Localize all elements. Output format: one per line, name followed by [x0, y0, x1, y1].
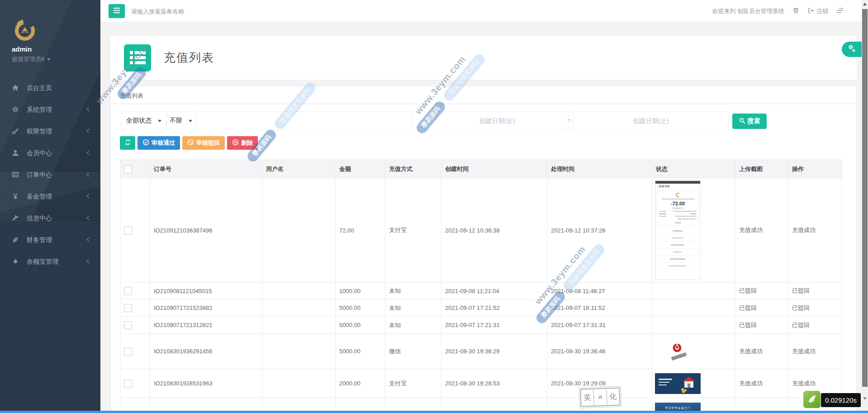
check-circle-icon [142, 139, 149, 147]
date-end-input[interactable] [573, 111, 729, 130]
scroll-up-arrow[interactable] [863, 3, 867, 5]
created-cell: 2021-08-30 19:36:29 [441, 334, 547, 369]
row-checkbox[interactable] [124, 226, 132, 234]
upload-status-cell: 已驳回 [735, 283, 788, 299]
vertical-scrollbar [862, 0, 868, 413]
blue-banner-thumbnail[interactable] [655, 373, 701, 394]
caret-down-icon [189, 120, 192, 122]
upload-status-cell: 已驳回 [735, 317, 788, 334]
amount-cell: 1000.00 [336, 283, 385, 299]
trash-icon [792, 7, 799, 15]
order-no-cell: IO2109121036387496 [150, 178, 262, 283]
sidebar-item-members[interactable]: 会员中心 [0, 142, 100, 164]
logout-button[interactable]: 注销 [807, 7, 828, 15]
status-cell [652, 283, 735, 299]
topbar: 欢迎来到 创富后台管理系统 注销 [100, 0, 862, 22]
column-header: 订单号 [150, 160, 262, 178]
sidebar-item-funds[interactable]: 基金管理 [0, 185, 100, 207]
method-cell: 未知 [385, 283, 441, 299]
created-cell: 2021-09-08 11:21:04 [441, 283, 547, 299]
chevron-left-icon [87, 237, 91, 242]
user-icon [12, 143, 19, 165]
theme-settings-button[interactable] [842, 42, 862, 57]
chevron-left-icon [87, 259, 91, 264]
brand-logo-icon [13, 18, 37, 44]
action-cell: 已驳回 [788, 317, 842, 334]
keyword-input[interactable] [196, 111, 413, 130]
sidebar-item-permissions[interactable]: 权限管理 [0, 120, 100, 142]
refresh-button[interactable] [120, 136, 135, 150]
topbar-right: 欢迎来到 创富后台管理系统 注销 [712, 0, 844, 22]
created-cell: 2021-09-07 17:21:31 [441, 317, 547, 334]
trash-button[interactable] [792, 7, 799, 15]
alipay-receipt-thumbnail[interactable]: ‹ 账单详情 -72.00 (交易成功) 2021-09-12 10:36:12 [655, 180, 701, 280]
page-title: 充值列表 [164, 50, 214, 66]
amount-cell: 5000.00 [336, 334, 385, 369]
status-cell [652, 334, 735, 369]
approve-button[interactable]: 审核通过 [138, 136, 180, 150]
sidebar-item-dashboard[interactable]: 后台主页 [0, 77, 100, 99]
search-icon [739, 118, 745, 125]
bottom-scroll-indicator[interactable] [0, 411, 868, 413]
column-header: 状态 [652, 160, 735, 178]
table-row: IO2108301936291456 5000.00 微信 2021-08-30… [120, 334, 842, 369]
menu-search-input[interactable] [131, 5, 276, 17]
limit-filter-select[interactable]: 不限 [166, 111, 195, 130]
column-header: 上传截图 [735, 160, 788, 178]
chevron-left-icon [87, 107, 91, 112]
status-cell [652, 317, 735, 334]
caret-down-icon [158, 120, 161, 122]
row-checkbox[interactable] [124, 287, 132, 295]
trace-button[interactable] [803, 391, 821, 408]
order-no-cell: IO2109071721523882 [150, 299, 262, 317]
amount-cell: 2000.00 [336, 369, 385, 398]
search-button[interactable]: 搜索 [732, 114, 767, 129]
row-checkbox[interactable] [124, 304, 132, 312]
sidebar-item-system[interactable]: 系统管理 [0, 99, 100, 120]
sidebar-profile: admin 超级管理员9 [0, 0, 100, 77]
sidebar-role-dropdown[interactable]: 超级管理员9 [12, 55, 51, 63]
column-header: 充值方式 [385, 160, 441, 178]
table-row: IO2109121036387496 72.00 支付宝 2021-09-12 … [120, 178, 842, 283]
sidebar-item-yuebao[interactable]: 余额宝管理 [0, 251, 100, 272]
method-cell: 支付宝 [385, 369, 441, 398]
created-cell: 2021-09-12 10:36:38 [441, 178, 547, 283]
username-cell [262, 334, 336, 369]
sidebar-username: admin [12, 45, 32, 53]
date-start-input[interactable] [426, 111, 569, 130]
delete-button[interactable]: 删除 [227, 136, 258, 150]
scrollbar-thumb[interactable] [862, 9, 868, 387]
select-all-checkbox[interactable] [124, 165, 132, 173]
recharge-table: 订单号 用户名 金额 充值方式 创建时间 处理时间 状态 上传截图 操作 IO2… [120, 160, 842, 413]
username-cell [262, 317, 336, 334]
sidebar-item-finance[interactable]: 财务管理 [0, 229, 100, 251]
caret-down-icon [47, 58, 51, 61]
table-row: IO2108301928531963 2000.00 支付宝 2021-08-3… [120, 369, 842, 398]
trace-time-tooltip: 0.029120s [821, 393, 861, 407]
table-header-row: 订单号 用户名 金额 充值方式 创建时间 处理时间 状态 上传截图 操作 [120, 160, 842, 178]
username-cell [262, 283, 336, 299]
list-icon [12, 165, 19, 187]
order-no-cell: IO2108301928531963 [150, 369, 262, 398]
row-checkbox[interactable] [124, 321, 132, 329]
red-logo-thumbnail[interactable] [670, 342, 686, 361]
method-cell: 微信 [385, 334, 441, 369]
amount-cell: 5000.00 [336, 299, 385, 317]
column-header: 用户名 [262, 160, 336, 178]
order-no-cell: IO2108301936291456 [150, 334, 262, 369]
layout-toggle-button[interactable] [836, 7, 844, 15]
sidebar-toggle-button[interactable] [109, 4, 125, 18]
reject-button[interactable]: 审核驳回 [182, 136, 225, 150]
row-checkbox[interactable] [124, 347, 132, 356]
header-checkbox-cell [120, 160, 150, 178]
scroll-down-arrow[interactable] [863, 397, 867, 400]
status-cell: ‹ 账单详情 -72.00 (交易成功) 2021-09-12 10:36:12 [652, 178, 735, 283]
upload-status-cell: 充值成功 [735, 178, 788, 283]
recharge-panel: 充值列表 全部状态 不限 ~ 搜索 审核通过 审核驳回 删除 [110, 86, 857, 413]
row-checkbox[interactable] [124, 380, 132, 388]
sidebar-item-messages[interactable]: 信息中心 [0, 207, 100, 229]
action-cell: 充值成功 [788, 178, 842, 283]
wrench-icon [12, 209, 19, 230]
sidebar-item-orders[interactable]: 订单中心 [0, 164, 100, 185]
status-filter-select[interactable]: 全部状态 [121, 111, 166, 130]
